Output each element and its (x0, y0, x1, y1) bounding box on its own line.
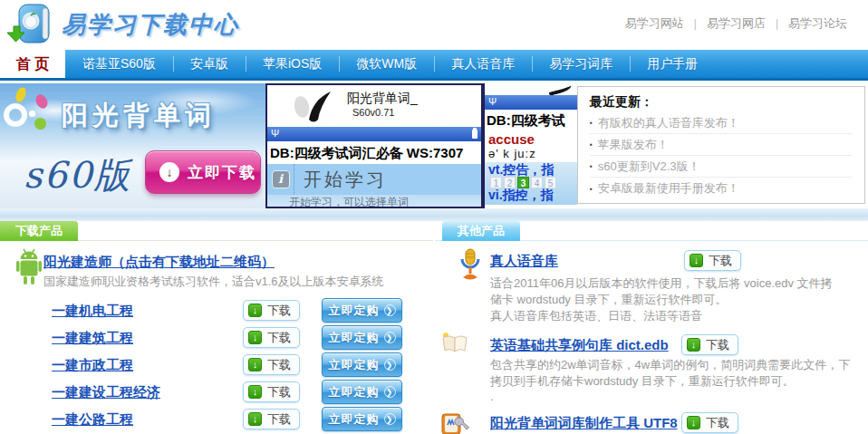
phonetic: ə' k ju:z (488, 147, 577, 160)
product-link[interactable]: 一建建筑工程 (52, 324, 133, 352)
download-button[interactable]: ↓ 下载 (243, 300, 300, 321)
nav-items: 诺基亚S60版 安卓版 苹果iOS版 微软WM版 真人语音库 易学习词库 用户手… (65, 50, 715, 78)
divider-band (0, 208, 868, 221)
product-link-dict-tool[interactable]: 阳光背单词词库制作工具 UTF8 (490, 415, 678, 432)
product-desc-line: 储卡 wordstudy 目录下，重新运行软件即可。 (490, 292, 727, 308)
product-link[interactable]: 一建公路工程 (52, 406, 133, 433)
news-item[interactable]: ▪ s60更新到V2.3版！ (590, 156, 853, 178)
download-row: 一建机电工程 ↓ 下载 立即定购 ❯ (0, 297, 433, 324)
banner-download-button[interactable]: ↓ 立即下载 (145, 150, 261, 194)
recent-updates-box: 最近更新： ▪ 有版权的真人语音库发布！ ▪ 苹果版发布！ ▪ s60更新到V2… (577, 86, 865, 204)
promo-banner: 阳光背单词 s60版 ↓ 立即下载 (0, 83, 265, 208)
menu-selected-row[interactable]: i 开始学习 (267, 164, 481, 195)
top-link-website[interactable]: 易学习网站 (625, 15, 684, 32)
product-link-example-db[interactable]: 英语基础共享例句库 dict.edb (490, 337, 669, 354)
bird-logo-icon (289, 89, 334, 123)
menu-icon-column: i (267, 164, 294, 195)
bullet-icon: ▪ (590, 185, 593, 193)
menu-hint-text: 开始学习，可以选择单词 (267, 195, 481, 208)
db-status-line: DB:四级考试 (485, 110, 577, 131)
nav-item-manual[interactable]: 用户手册 (630, 50, 715, 78)
news-item[interactable]: ▪ 有版权的真人语音库发布！ (590, 112, 853, 134)
product-desc-line: . (490, 390, 494, 403)
nav-item-wm[interactable]: 微软WM版 (339, 50, 434, 78)
nav-item-voice-lib[interactable]: 真人语音库 (434, 50, 532, 78)
sun-splash-icon (2, 89, 58, 141)
product-link[interactable]: 一建建设工程经济 (52, 379, 160, 406)
menu-item-label: 开始学习 (304, 168, 387, 192)
nav-item-nokia-s60[interactable]: 诺基亚S60版 (65, 50, 173, 78)
open-book-icon (440, 332, 469, 357)
news-item-text: 安卓版最新使用手册发布！ (598, 180, 739, 197)
tab-downloads[interactable]: 下载产品 (0, 221, 78, 241)
nav-item-android[interactable]: 安卓版 (173, 50, 246, 78)
download-arrow-icon: ↓ (248, 358, 262, 371)
backpack-download-icon (5, 2, 58, 47)
download-button[interactable]: ↓ 下载 (684, 250, 741, 271)
download-button[interactable]: ↓ 下载 (243, 327, 300, 348)
page: 易学习下载中心 易学习网站 | 易学习网店 | 易学习论坛 首 页 诺基亚S60… (0, 0, 868, 434)
download-button[interactable]: ↓ 下载 (681, 412, 738, 433)
order-arrow-icon: ❯ (384, 359, 396, 371)
site-logo[interactable]: 易学习下载中心 (5, 2, 239, 47)
top-link-forum[interactable]: 易学习论坛 (788, 15, 847, 32)
product-link-voice-lib[interactable]: 真人语音库 (490, 253, 558, 270)
download-arrow-icon: ↓ (248, 412, 262, 426)
product-desc: 国家建造师职业资格考试练习软件，适合v1.6及以上版本安卓系统 (43, 274, 384, 290)
order-now-button[interactable]: 立即定购 ❯ (322, 325, 402, 350)
product-link-builder[interactable]: 阳光建造师（点击有下载地址二维码） (43, 254, 275, 271)
product-link[interactable]: 一建市政工程 (52, 352, 133, 379)
news-item[interactable]: ▪ 苹果版发布！ (590, 134, 853, 156)
top-link-shop[interactable]: 易学习网店 (707, 15, 766, 32)
order-arrow-icon: ❯ (384, 413, 396, 425)
screenshot-app-menu: 阳光背单词_ S60v0.71 Ψ DB:四级考试词汇必备 WS:7307 i … (265, 83, 483, 208)
nav-item-home[interactable]: 首 页 (0, 50, 65, 78)
meanings-block: vt.控告，指 1 2 3 4 5 vi.指控，指 (485, 162, 577, 205)
other-products-tabbar: 其他产品 (435, 221, 868, 241)
order-arrow-icon: ❯ (384, 332, 396, 343)
banner-title: 阳光背单词 (62, 98, 216, 134)
dict-tool-icon (440, 412, 469, 434)
downloads-section: 下载产品 阳光建造师（点击有下载地址二维码） 国家建造师职业资格考试练习软件，适… (0, 221, 433, 434)
info-icon: i (272, 170, 290, 188)
download-button[interactable]: ↓ 下载 (243, 381, 300, 402)
product-desc-line: 拷贝到手机存储卡wordstudy 目录下，重新运行软件即可。 (490, 373, 795, 390)
news-item-text: 有版权的真人语音库发布！ (598, 115, 739, 131)
tab-other-products[interactable]: 其他产品 (442, 221, 520, 241)
screenshot-word-view: Ψ DB:四级考试 accuse ə' k ju:z vt.控告，指 1 2 3… (483, 83, 577, 208)
download-row: 一建建设工程经济 ↓ 下载 立即定购 ❯ (0, 379, 433, 406)
product-link[interactable]: 一建机电工程 (52, 297, 133, 324)
site-title: 易学习下载中心 (62, 9, 239, 41)
app-version: S60v0.71 (352, 107, 394, 118)
header: 易学习下载中心 易学习网站 | 易学习网店 | 易学习论坛 (0, 0, 868, 50)
bird-logo-partial-icon (547, 83, 573, 96)
status-bar: Ψ (267, 127, 481, 141)
order-now-button[interactable]: 立即定购 ❯ (322, 352, 402, 377)
banner-download-label: 立即下载 (188, 162, 256, 183)
other-products-section: 其他产品 真人语音库 ↓ 下载 适合2011年06月以后版本的软件使用，下载后将… (435, 221, 868, 434)
battery-icon (472, 130, 477, 139)
download-row: 一建建筑工程 ↓ 下载 立即定购 ❯ (0, 324, 433, 352)
download-button[interactable]: ↓ 下载 (243, 354, 300, 375)
nav-item-ios[interactable]: 苹果iOS版 (246, 50, 339, 78)
status-bar: Ψ (485, 95, 577, 110)
bullet-icon: ▪ (590, 119, 593, 127)
news-item-text: 苹果版发布！ (598, 137, 669, 153)
order-now-button[interactable]: 立即定购 ❯ (322, 380, 402, 404)
nav-item-dict-lib[interactable]: 易学习词库 (532, 50, 630, 78)
order-now-button[interactable]: 立即定购 ❯ (322, 407, 402, 431)
download-arrow-icon: ↓ (248, 331, 262, 344)
screenshot-app-header: 阳光背单词_ S60v0.71 (267, 85, 481, 127)
download-button[interactable]: ↓ 下载 (681, 334, 738, 355)
main-nav: 首 页 诺基亚S60版 安卓版 苹果iOS版 微软WM版 真人语音库 易学习词库… (0, 50, 868, 81)
antenna-icon: Ψ (488, 96, 497, 107)
app-title: 阳光背单词_ (347, 91, 418, 107)
download-arrow-icon: ↓ (687, 338, 700, 352)
bullet-icon: ▪ (590, 162, 593, 170)
db-status-line: DB:四级考试词汇必备 WS:7307 (267, 141, 481, 164)
news-item[interactable]: ▪ 安卓版最新使用手册发布！ (590, 178, 853, 199)
download-button[interactable]: ↓ 下载 (243, 409, 300, 429)
link-separator: | (694, 17, 697, 30)
order-now-button[interactable]: 立即定购 ❯ (322, 298, 402, 323)
meaning-vi: vi.指控，指 (488, 188, 554, 204)
